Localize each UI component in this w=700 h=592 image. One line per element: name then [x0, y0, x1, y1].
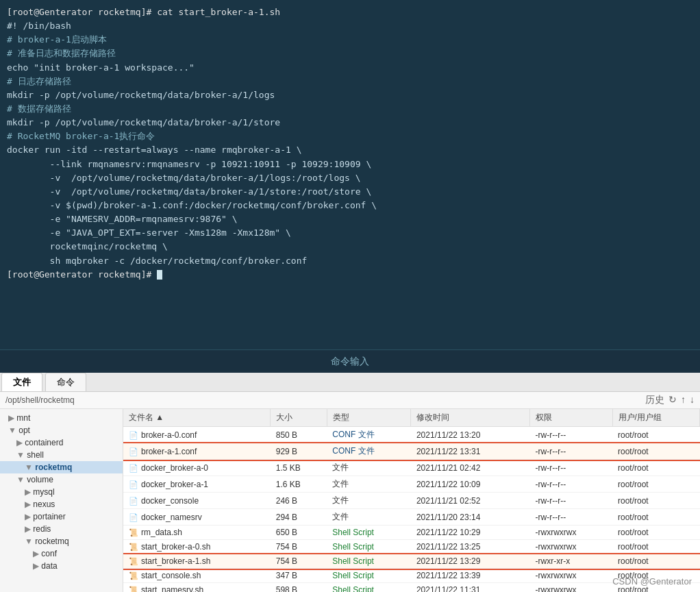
tree-item-data[interactable]: ▶ data	[0, 560, 123, 572]
file-file-icon: 📄	[129, 464, 138, 472]
file-owner: root/root	[612, 509, 699, 526]
tree-item-mnt[interactable]: ▶ mnt	[0, 412, 123, 424]
column-header-文件名 ▲[interactable]: 文件名 ▲	[123, 409, 271, 427]
file-perm: -rw-r--r--	[530, 427, 613, 443]
file-name: 📄docker_broker-a-1	[123, 476, 271, 493]
tree-item-containerd[interactable]: ▶ containerd	[0, 436, 123, 449]
tree-expand-icon: ▶	[33, 549, 41, 558]
terminal-line: sh mqbroker -c /docker/rocketmq/conf/bro…	[7, 254, 693, 268]
table-row[interactable]: 📜start_broker-a-1.sh754 BShell Script202…	[123, 554, 700, 569]
file-modified: 2021/11/22 13:20	[411, 427, 530, 443]
file-file-icon: 📄	[129, 513, 138, 521]
breadcrumb-bar: /opt/shell/rocketmq 历史 ↻ ↑ ↓	[0, 392, 700, 409]
terminal-line: rocketmqinc/rocketmq \	[7, 240, 693, 254]
column-header-用户/用户组[interactable]: 用户/用户组	[612, 409, 699, 427]
terminal-cursor	[157, 270, 162, 280]
file-perm: -rw-r--r--	[530, 460, 613, 476]
file-owner: root/root	[612, 443, 699, 460]
cmd-input-bar[interactable]: 命令输入	[0, 349, 700, 373]
file-name: 📜rm_data.sh	[123, 526, 271, 540]
file-size: 294 B	[271, 509, 327, 526]
column-header-大小[interactable]: 大小	[271, 409, 327, 427]
toolbar-icons: 历史 ↻ ↑ ↓	[645, 394, 695, 406]
tree-item-opt[interactable]: ▼ opt	[0, 424, 123, 436]
file-name-text: start_console.sh	[141, 571, 201, 580]
file-name-text: docker_console	[141, 496, 199, 506]
file-modified: 2021/11/22 13:31	[411, 443, 530, 460]
tree-item-rocketmq[interactable]: ▼ rocketmq	[0, 461, 123, 473]
tree-item-redis[interactable]: ▶ redis	[0, 523, 123, 535]
tree-item-volume[interactable]: ▼ volume	[0, 473, 123, 486]
file-perm: -rwxrwxrwx	[530, 526, 613, 540]
shell-file-icon: 📜	[129, 586, 138, 592]
terminal-line: #! /bin/bash	[7, 19, 693, 33]
tree-expand-icon: ▼	[25, 463, 35, 472]
file-name: 📜start_broker-a-0.sh	[123, 540, 271, 554]
shell-file-icon: 📜	[129, 571, 138, 580]
file-size: 246 B	[271, 493, 327, 509]
file-modified: 2021/11/22 13:25	[411, 540, 530, 554]
download-icon[interactable]: ↓	[690, 394, 695, 406]
file-type: Shell Script	[327, 569, 411, 583]
tree-item-rocketmq[interactable]: ▼ rocketmq	[0, 535, 123, 547]
table-row[interactable]: 📜rm_data.sh650 BShell Script2021/11/22 1…	[123, 526, 700, 540]
tree-item-label: volume	[27, 475, 53, 484]
file-type: Shell Script	[327, 526, 411, 540]
file-name: 📜start_namesrv.sh	[123, 583, 271, 593]
tree-expand-icon: ▼	[16, 475, 27, 484]
terminal-line: -e "NAMESRV_ADDR=rmqnamesrv:9876" \	[7, 212, 693, 226]
file-owner: root/root	[612, 540, 699, 554]
column-header-类型[interactable]: 类型	[327, 409, 411, 427]
file-name-text: docker_namesrv	[141, 513, 202, 522]
file-type: 文件	[327, 493, 411, 509]
file-modified: 2021/11/22 13:39	[411, 569, 530, 583]
file-size: 929 B	[271, 443, 327, 460]
tree-item-portainer[interactable]: ▶ portainer	[0, 510, 123, 523]
file-size: 754 B	[271, 554, 327, 569]
table-row[interactable]: 📄docker_broker-a-11.6 KB文件2021/11/22 10:…	[123, 476, 700, 493]
file-name: 📄broker-a-1.conf	[123, 443, 271, 460]
table-row[interactable]: 📄broker-a-1.conf929 BCONF 文件2021/11/22 1…	[123, 443, 700, 460]
column-header-权限[interactable]: 权限	[530, 409, 613, 427]
file-size: 598 B	[271, 583, 327, 593]
tree-expand-icon: ▶	[16, 438, 25, 447]
table-row[interactable]: 📄docker_namesrv294 B文件2021/11/20 23:14-r…	[123, 509, 700, 526]
terminal-line: mkdir -p /opt/volume/rocketmq/data/broke…	[7, 116, 693, 130]
table-row[interactable]: 📄docker_console246 B文件2021/11/21 02:52-r…	[123, 493, 700, 509]
tree-item-nexus[interactable]: ▶ nexus	[0, 498, 123, 510]
table-row[interactable]: 📄docker_broker-a-01.5 KB文件2021/11/21 02:…	[123, 460, 700, 476]
column-header-修改时间[interactable]: 修改时间	[411, 409, 530, 427]
terminal-line: [root@Genterator rocketmq]# cat start_br…	[7, 5, 693, 19]
tree-item-label: mysql	[33, 487, 54, 497]
tabs-bar: 文件命令	[0, 373, 700, 392]
file-name: 📄docker_broker-a-0	[123, 460, 271, 476]
table-row[interactable]: 📄broker-a-0.conf850 BCONF 文件2021/11/22 1…	[123, 427, 700, 443]
tree-expand-icon: ▼	[8, 426, 18, 435]
tab-命令[interactable]: 命令	[45, 373, 86, 391]
tree-item-label: shell	[27, 450, 44, 460]
table-row[interactable]: 📜start_broker-a-0.sh754 BShell Script202…	[123, 540, 700, 554]
refresh-icon[interactable]: ↻	[668, 394, 677, 406]
history-icon[interactable]: 历史	[645, 394, 664, 406]
terminal-line: mkdir -p /opt/volume/rocketmq/data/broke…	[7, 88, 693, 102]
file-table-header: 文件名 ▲大小类型修改时间权限用户/用户组	[123, 409, 700, 427]
terminal-line: echo "init broker-a-1 workspace..."	[7, 61, 693, 75]
file-modified: 2021/11/21 02:52	[411, 493, 530, 509]
tree-item-conf[interactable]: ▶ conf	[0, 547, 123, 560]
tree-item-mysql[interactable]: ▶ mysql	[0, 486, 123, 498]
terminal-line: # 准备日志和数据存储路径	[7, 47, 693, 60]
upload-icon[interactable]: ↑	[681, 394, 686, 406]
file-type: CONF 文件	[327, 443, 411, 460]
shell-file-icon: 📜	[129, 543, 138, 551]
breadcrumb: /opt/shell/rocketmq	[5, 395, 75, 405]
terminal: [root@Genterator rocketmq]# cat start_br…	[0, 0, 700, 349]
file-type: Shell Script	[327, 583, 411, 593]
file-name-text: docker_broker-a-1	[141, 480, 208, 489]
tree-expand-icon: ▼	[16, 450, 27, 460]
tree-item-shell[interactable]: ▼ shell	[0, 449, 123, 461]
file-name-text: start_namesrv.sh	[141, 585, 203, 592]
terminal-line: [root@Genterator rocketmq]#	[7, 268, 693, 282]
file-owner: root/root	[612, 526, 699, 540]
file-owner: root/root	[612, 493, 699, 509]
tab-文件[interactable]: 文件	[1, 373, 42, 391]
